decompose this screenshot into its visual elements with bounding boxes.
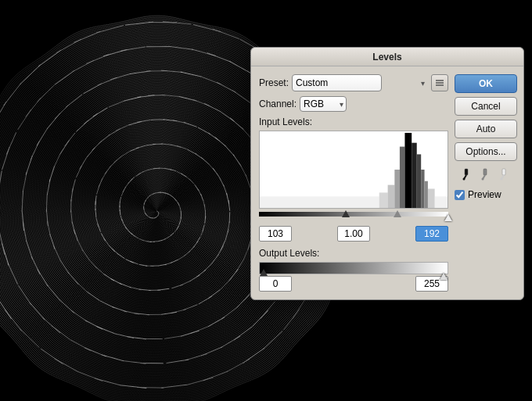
eyedroppers-row (455, 166, 517, 182)
channel-select[interactable]: RGB Red Green Blue (300, 96, 347, 112)
output-levels-label: Output Levels: (259, 248, 448, 259)
input-slider-track (259, 212, 448, 223)
svg-point-21 (482, 178, 484, 181)
preview-label: Preview (468, 189, 501, 200)
options-button[interactable]: Options... (455, 142, 517, 161)
svg-rect-5 (379, 192, 388, 208)
output-gradient-bar (259, 262, 448, 274)
midpoint-input[interactable] (337, 226, 370, 242)
svg-rect-9 (404, 133, 412, 208)
cancel-button[interactable]: Cancel (455, 97, 517, 116)
svg-rect-6 (388, 185, 395, 208)
ok-button[interactable]: OK (455, 74, 517, 93)
output-black-handle[interactable] (260, 269, 268, 276)
black-eyedropper[interactable] (459, 166, 475, 182)
preset-row: Preset: Custom Default Increase Contrast… (259, 74, 448, 91)
preset-label: Preset: (259, 77, 289, 88)
svg-rect-4 (260, 196, 379, 208)
preview-checkbox[interactable] (455, 190, 465, 200)
svg-rect-12 (421, 170, 424, 208)
white-point-handle[interactable] (444, 210, 452, 221)
svg-rect-11 (417, 154, 421, 208)
output-levels-section: Output Levels: (259, 248, 448, 292)
input-values-row (259, 226, 448, 242)
black-point-handle[interactable] (342, 210, 350, 217)
channel-row: Channel: RGB Red Green Blue (259, 96, 448, 112)
svg-point-24 (501, 178, 503, 181)
channel-label: Channel: (259, 98, 297, 109)
histogram-svg (260, 131, 448, 208)
auto-button[interactable]: Auto (455, 120, 517, 138)
preview-row: Preview (455, 189, 517, 200)
preset-select-wrapper: Custom Default Increase Contrast 1 Incre… (292, 74, 428, 91)
svg-rect-10 (412, 143, 417, 208)
svg-point-18 (463, 178, 466, 181)
input-gradient (259, 212, 448, 217)
output-black-input[interactable] (259, 276, 292, 292)
svg-rect-13 (425, 181, 428, 208)
svg-rect-15 (435, 196, 448, 208)
dialog-title: Levels (251, 48, 523, 66)
svg-rect-19 (483, 169, 487, 175)
svg-rect-22 (502, 169, 505, 175)
input-levels-label: Input Levels: (259, 116, 448, 127)
white-eyedropper[interactable] (497, 166, 512, 182)
input-levels-section: Input Levels: (259, 116, 448, 242)
preset-options-icon[interactable] (431, 74, 448, 91)
gray-eyedropper[interactable] (478, 166, 494, 182)
levels-dialog: Levels Preset: Custom Default Increase C… (250, 47, 524, 300)
midpoint-handle[interactable] (394, 210, 401, 217)
white-point-input[interactable] (415, 226, 448, 242)
dialog-left-panel: Preset: Custom Default Increase Contrast… (259, 74, 448, 292)
black-point-input[interactable] (259, 226, 292, 242)
preset-select[interactable]: Custom Default Increase Contrast 1 Incre… (292, 74, 382, 91)
output-values-row (259, 276, 448, 292)
svg-rect-14 (428, 189, 435, 209)
svg-rect-8 (400, 147, 405, 208)
histogram-box (259, 131, 448, 209)
channel-select-wrapper: RGB Red Green Blue (300, 96, 347, 112)
output-white-handle[interactable] (440, 269, 448, 280)
dialog-right-panel: OK Cancel Auto Options... (455, 74, 517, 292)
svg-rect-7 (394, 170, 400, 208)
svg-rect-16 (465, 169, 468, 175)
